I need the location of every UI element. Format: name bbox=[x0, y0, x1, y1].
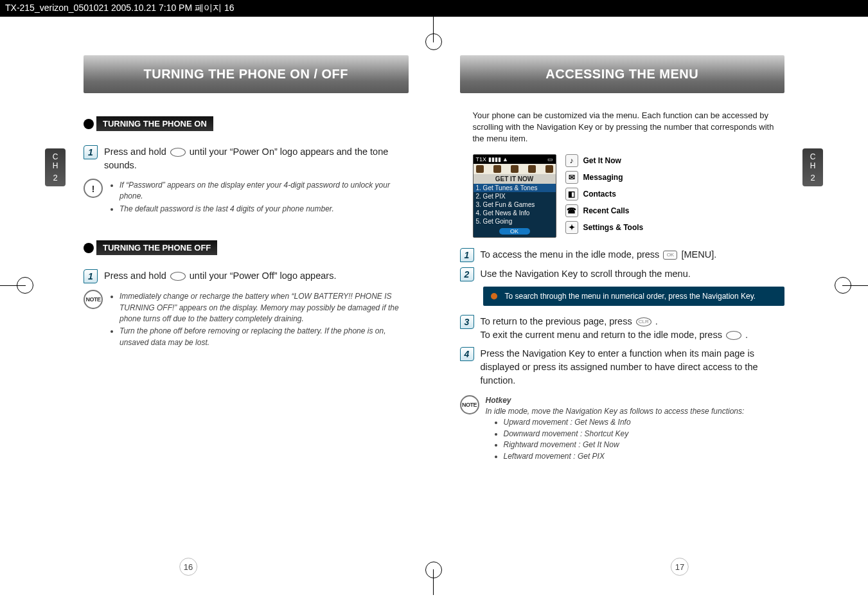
menu-item-contacts: ◧Contacts bbox=[565, 188, 644, 200]
chapter-c: C bbox=[802, 152, 823, 161]
page-right: C H 2 ACCESSING THE MENU Your phone can … bbox=[434, 17, 869, 595]
chapter-tab-left: C H 2 bbox=[45, 148, 66, 186]
chapter-c: C bbox=[45, 152, 66, 161]
left-banner: TURNING THE PHONE ON / OFF bbox=[84, 55, 409, 93]
menu-icon-list: ♪Get It Now ✉Messaging ◧Contacts ☎Recent… bbox=[565, 154, 644, 238]
end-key-icon bbox=[170, 148, 186, 157]
page-number-left-value: 16 bbox=[184, 562, 193, 572]
step-r2: 2 Use the Navigation Key to scroll throu… bbox=[460, 267, 785, 281]
page-spread: C H 2 TURNING THE PHONE ON / OFF TURNING… bbox=[0, 17, 868, 595]
page-number-left: 16 bbox=[179, 558, 197, 576]
menu-label: Get It Now bbox=[583, 156, 621, 165]
step-off-1: 1 Press and hold until your “Power Off” … bbox=[84, 269, 409, 283]
menu-label: Recent Calls bbox=[583, 206, 630, 215]
file-header: TX-215_verizon_0501021 2005.10.21 7:10 P… bbox=[0, 0, 868, 17]
step-number-icon: 2 bbox=[460, 267, 474, 281]
phone-screen-mock: T1X ▮▮▮▮ ▲ ▭ GET IT NOW 1. Get Tunes & T… bbox=[473, 154, 556, 238]
menu-label: Settings & Tools bbox=[583, 223, 644, 232]
screen-row-5: 5. Get Going bbox=[474, 217, 556, 226]
warning-bullets-on: If “Password” appears on the display ent… bbox=[109, 179, 409, 216]
screen-row-2: 2. Get PIX bbox=[474, 192, 556, 200]
step-r3: 3 To return to the previous page, press … bbox=[460, 315, 785, 342]
screen-row-1: 1. Get Tunes & Tones bbox=[474, 184, 556, 192]
step-number-icon: 1 bbox=[84, 269, 98, 283]
step-on-1-text: Press and hold until your “Power On” log… bbox=[104, 145, 409, 172]
status-right: ▭ bbox=[547, 156, 553, 163]
page-left: C H 2 TURNING THE PHONE ON / OFF TURNING… bbox=[0, 17, 434, 595]
note-off-1: Immediately change or recharge the batte… bbox=[120, 291, 409, 324]
hotkey-4: Leftward movement : Get PIX bbox=[504, 451, 745, 462]
section-off-label: TURNING THE PHONE OFF bbox=[96, 240, 217, 255]
messaging-icon: ✉ bbox=[565, 171, 578, 184]
menu-item-messaging: ✉Messaging bbox=[565, 171, 644, 184]
chapter-tab-right: C H 2 bbox=[802, 148, 823, 186]
chapter-n: 2 bbox=[802, 173, 823, 182]
hotkey-3: Rightward movement : Get It Now bbox=[504, 440, 745, 450]
step-number-icon: 1 bbox=[460, 248, 474, 262]
note-bullets-off: Immediately change or recharge the batte… bbox=[109, 290, 409, 350]
get-it-now-icon: ♪ bbox=[565, 154, 578, 167]
step-number-icon: 3 bbox=[460, 315, 474, 329]
step-number-icon: 4 bbox=[460, 347, 474, 361]
step-number-icon: 1 bbox=[84, 145, 98, 159]
status-left: T1X ▮▮▮▮ ▲ bbox=[476, 156, 508, 163]
end-key-icon bbox=[726, 331, 741, 340]
intro-paragraph: Your phone can be customized via the men… bbox=[460, 110, 785, 145]
section-on: TURNING THE PHONE ON bbox=[84, 116, 213, 131]
screen-icons-row bbox=[474, 164, 556, 174]
tip-callout: To search through the menu in numerical … bbox=[483, 287, 785, 306]
step-r4-text: Press the Navigation Key to enter a func… bbox=[481, 347, 785, 387]
chapter-h: H bbox=[802, 161, 823, 170]
step-on-1: 1 Press and hold until your “Power On” l… bbox=[84, 145, 409, 172]
step-r4: 4 Press the Navigation Key to enter a fu… bbox=[460, 347, 785, 387]
page-number-right: 17 bbox=[671, 558, 689, 576]
chapter-h: H bbox=[45, 161, 66, 170]
note-icon: NOTE bbox=[84, 290, 103, 309]
contacts-icon: ◧ bbox=[565, 188, 578, 200]
menu-item-recent: ☎Recent Calls bbox=[565, 204, 644, 217]
clr-key-icon: CLR bbox=[636, 317, 651, 326]
menu-figure: T1X ▮▮▮▮ ▲ ▭ GET IT NOW 1. Get Tunes & T… bbox=[473, 154, 785, 238]
recent-calls-icon: ☎ bbox=[565, 204, 578, 217]
screen-title: GET IT NOW bbox=[474, 174, 556, 184]
page-number-right-value: 17 bbox=[675, 562, 684, 572]
right-banner: ACCESSING THE MENU bbox=[460, 55, 785, 93]
warn-on-2: The default password is the last 4 digit… bbox=[120, 204, 409, 215]
section-on-label: TURNING THE PHONE ON bbox=[96, 116, 213, 131]
warn-on-1: If “Password” appears on the display ent… bbox=[120, 180, 409, 202]
hotkey-block: NOTE Hotkey In idle mode, move the Navig… bbox=[460, 395, 785, 462]
ok-key-icon: OK bbox=[663, 251, 677, 260]
file-header-text: TX-215_verizon_0501021 2005.10.21 7:10 P… bbox=[5, 3, 234, 13]
section-dot-icon bbox=[84, 119, 94, 129]
section-dot-icon bbox=[84, 243, 94, 253]
step-r2-text: Use the Navigation Key to scroll through… bbox=[481, 267, 691, 281]
screen-ok-btn: OK bbox=[499, 228, 530, 235]
menu-item-settings: ✦Settings & Tools bbox=[565, 221, 644, 234]
step-r1-text: To access the menu in the idle mode, pre… bbox=[481, 248, 717, 262]
note-icon: NOTE bbox=[460, 395, 479, 414]
tip-text: To search through the menu in numerical … bbox=[505, 292, 756, 301]
section-off: TURNING THE PHONE OFF bbox=[84, 240, 217, 255]
note-off-2: Turn the phone off before removing or re… bbox=[120, 326, 409, 348]
hotkey-intro: In idle mode, move the Navigation Key as… bbox=[486, 406, 745, 417]
end-key-icon bbox=[170, 272, 186, 281]
menu-label: Contacts bbox=[583, 190, 616, 199]
screen-status-bar: T1X ▮▮▮▮ ▲ ▭ bbox=[474, 155, 556, 164]
left-banner-text: TURNING THE PHONE ON / OFF bbox=[143, 67, 348, 81]
menu-item-get-it-now: ♪Get It Now bbox=[565, 154, 644, 167]
screen-row-4: 4. Get News & Info bbox=[474, 209, 556, 217]
hotkey-1: Upward movement : Get News & Info bbox=[504, 417, 745, 428]
step-r1: 1 To access the menu in the idle mode, p… bbox=[460, 248, 785, 262]
step-r3-text: To return to the previous page, press CL… bbox=[481, 315, 748, 342]
step-off-1-text: Press and hold until your “Power Off” lo… bbox=[104, 269, 336, 283]
right-banner-text: ACCESSING THE MENU bbox=[545, 67, 698, 81]
hotkey-2: Downward movement : Shortcut Key bbox=[504, 429, 745, 440]
warning-icon: ! bbox=[84, 179, 103, 198]
settings-icon: ✦ bbox=[565, 221, 578, 234]
menu-label: Messaging bbox=[583, 173, 623, 182]
screen-row-3: 3. Get Fun & Games bbox=[474, 200, 556, 209]
chapter-n: 2 bbox=[45, 173, 66, 182]
hotkey-title: Hotkey bbox=[486, 395, 745, 406]
